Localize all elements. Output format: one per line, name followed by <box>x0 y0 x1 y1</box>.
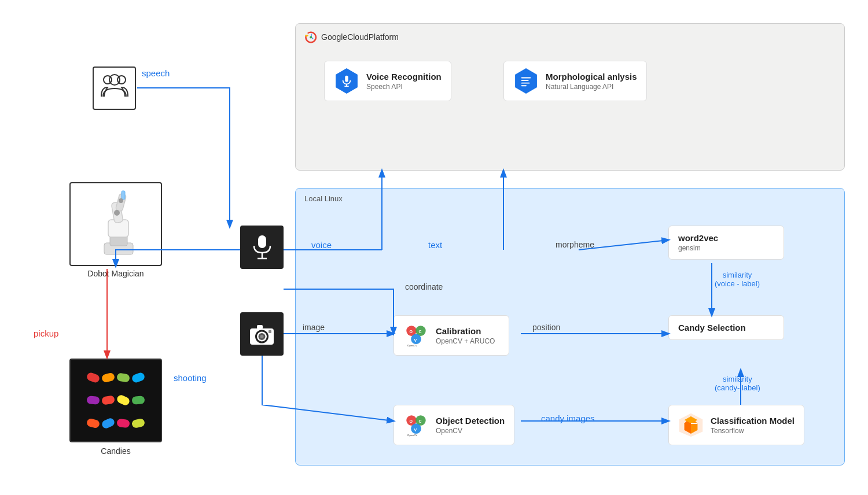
calibration-opencv-icon: O C V OpenCV <box>403 323 429 348</box>
classification-title: Classification Model <box>711 416 795 426</box>
object-detection-card: O C V OpenCV Object Detection OpenCV <box>393 405 514 445</box>
svg-text:C: C <box>418 419 421 423</box>
svg-rect-4 <box>521 77 531 79</box>
svg-rect-30 <box>258 235 266 248</box>
svg-text:OpenCV: OpenCV <box>407 434 417 437</box>
gcp-logo-icon <box>304 30 318 44</box>
speech-label: speech <box>142 68 170 78</box>
text-label: text <box>428 240 442 250</box>
candies-label: Candies <box>75 446 156 456</box>
voice-recognition-card: Voice Recognition Speech API <box>324 61 451 101</box>
coordinate-label: coordinate <box>405 282 443 291</box>
morphological-subtitle: Natural Language API <box>546 83 637 91</box>
svg-point-29 <box>117 76 126 84</box>
morpheme-label: morpheme <box>556 240 594 249</box>
candy-images-label: candy images <box>541 413 595 423</box>
calibration-title: Calibration <box>436 326 495 336</box>
word2vec-title: word2vec <box>678 233 718 243</box>
object-detection-text: Object Detection OpenCV <box>436 416 505 435</box>
svg-point-0 <box>310 36 312 39</box>
svg-rect-38 <box>269 330 271 333</box>
svg-rect-37 <box>257 325 263 329</box>
svg-text:V: V <box>414 428 417 432</box>
svg-point-46 <box>119 198 123 203</box>
svg-text:O: O <box>410 330 413 334</box>
candies-image <box>75 363 156 438</box>
svg-rect-5 <box>521 80 529 81</box>
svg-text:V: V <box>414 338 417 342</box>
voice-label: voice <box>311 240 332 250</box>
morphological-icon <box>513 68 539 94</box>
svg-point-27 <box>109 75 120 85</box>
candy-selection-title: Candy Selection <box>678 323 746 333</box>
voice-recognition-icon <box>334 68 359 94</box>
calibration-text: Calibration OpenCV + ARUCO <box>436 326 495 345</box>
person-icon <box>100 72 129 104</box>
svg-rect-44 <box>122 191 125 200</box>
candy-selection-text: Candy Selection <box>678 323 746 333</box>
person-icon-box <box>93 67 136 110</box>
classification-text: Classification Model Tensorflow <box>711 416 795 435</box>
calibration-card: O C V OpenCV Calibration OpenCV + ARUCO <box>393 315 509 356</box>
dobot-label: Dobot Magician <box>75 269 156 278</box>
morphological-title: Morphological anlysis <box>546 72 637 82</box>
similarity-voice-label: similarity(voice - label) <box>715 271 760 288</box>
classification-model-card: Classification Model Tensorflow <box>668 405 804 445</box>
svg-point-36 <box>260 335 264 338</box>
microphone-icon <box>251 234 274 260</box>
image-label: image <box>303 323 325 332</box>
svg-point-45 <box>114 210 120 216</box>
tensorflow-icon <box>678 412 704 438</box>
svg-text:C: C <box>418 330 421 334</box>
similarity-candy-label: similarity(candy- label) <box>715 375 760 392</box>
robot-arm-icon <box>78 188 153 260</box>
camera-icon <box>249 323 275 346</box>
word2vec-subtitle: gensim <box>678 244 718 252</box>
classification-subtitle: Tensorflow <box>711 427 795 435</box>
voice-recognition-subtitle: Speech API <box>366 83 442 91</box>
svg-text:O: O <box>410 419 413 423</box>
pickup-label: pickup <box>34 328 58 338</box>
candy-selection-card: Candy Selection <box>668 315 784 340</box>
morphological-text: Morphological anlysis Natural Language A… <box>546 72 637 91</box>
word2vec-card: word2vec gensim <box>668 226 784 260</box>
candies-box <box>69 359 162 442</box>
mic-box <box>240 226 284 269</box>
camera-box <box>240 312 284 356</box>
object-detection-title: Object Detection <box>436 416 505 426</box>
word2vec-text: word2vec gensim <box>678 233 718 252</box>
svg-rect-7 <box>521 85 527 86</box>
svg-rect-1 <box>345 76 348 82</box>
morphological-card: Morphological anlysis Natural Language A… <box>503 61 647 101</box>
position-label: position <box>532 323 560 332</box>
object-detection-opencv-icon: O C V OpenCV <box>403 412 429 438</box>
dobot-box <box>69 182 162 266</box>
local-linux-label: Local Linux <box>304 194 343 203</box>
gcp-title: GoogleCloudPlatform <box>321 32 399 42</box>
voice-recognition-title: Voice Recognition <box>366 72 442 82</box>
svg-rect-6 <box>521 83 530 84</box>
calibration-subtitle: OpenCV + ARUCO <box>436 337 495 345</box>
svg-text:OpenCV: OpenCV <box>407 344 417 347</box>
shooting-label: shooting <box>174 373 207 383</box>
object-detection-subtitle: OpenCV <box>436 427 505 435</box>
gcp-header: GoogleCloudPlatform <box>304 30 399 44</box>
diagram-container: GoogleCloudPlatform Voice Recognition Sp… <box>0 0 868 495</box>
voice-recognition-text: Voice Recognition Speech API <box>366 72 442 91</box>
svg-point-28 <box>104 76 112 84</box>
